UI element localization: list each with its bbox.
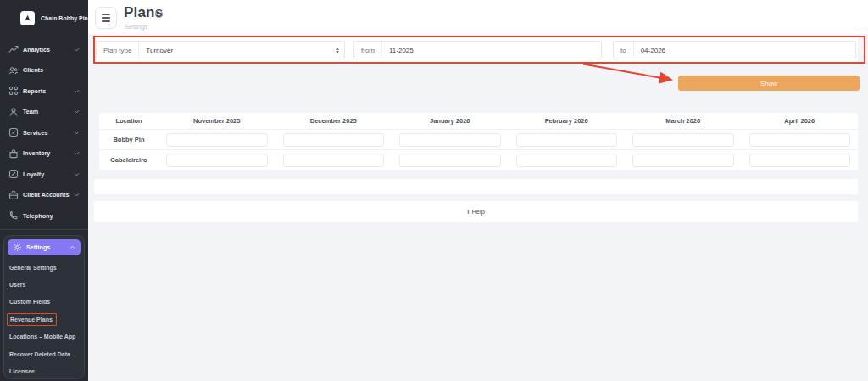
column-header-month: February 2026 [509,117,626,125]
annotation-rectangle-revenue-plans: Revenue Plans [7,313,57,326]
column-header-month: March 2026 [625,117,742,125]
submenu-item-label: General Settings [9,265,57,271]
column-header-month: January 2026 [392,117,509,125]
plan-value-input[interactable] [283,133,385,147]
plan-value-input[interactable] [516,154,618,167]
select-updown-icon [336,48,339,53]
sidebar-item-label: Analytics [23,46,50,53]
sidebar-item-users[interactable]: Users [4,276,84,293]
plan-value-input[interactable] [749,133,851,147]
sidebar-item-label: Reports [23,87,46,95]
sidebar-item-custom-fields[interactable]: Custom Fields [4,294,84,311]
plan-type-label: Plan type [97,42,139,59]
to-month-field[interactable]: to 04-2026 [613,41,856,59]
brand: Chain Bobby Pin [0,0,88,25]
sidebar-nav: Analytics Clients Reports Team Services … [0,39,88,227]
sidebar-item-general-settings[interactable]: General Settings [4,259,84,276]
column-header-month: April 2026 [742,117,859,125]
team-icon [8,107,19,117]
chevron-up-icon [70,245,75,249]
menu-toggle-button[interactable] [95,7,117,29]
sidebar: Chain Bobby Pin Analytics Clients Report… [0,0,88,381]
sidebar-item-licensee[interactable]: Licensee [4,362,84,379]
chevron-down-icon [74,89,80,93]
column-header-location: Location [99,117,159,125]
location-label: Bobby Pin [99,136,159,143]
submenu-item-label: Locations – Mobile App [9,333,75,339]
table-row: Bobby Pin [99,129,858,149]
client-accounts-icon [8,190,19,200]
chevron-down-icon [74,151,80,155]
plan-type-select[interactable]: Plan type Turnover [96,41,345,59]
sidebar-item-label: Team [23,108,38,115]
brand-name: Chain Bobby Pin [41,15,88,21]
sidebar-item-telephony[interactable]: Telephony [0,205,88,227]
plan-type-value: Turnover [139,47,336,54]
to-label: to [614,42,634,59]
info-icon: i [467,208,469,216]
sidebar-item-label: Client Accounts [23,191,69,199]
sidebar-item-analytics[interactable]: Analytics [0,39,88,60]
to-value: 04-2026 [634,47,855,54]
telephony-icon [8,210,19,221]
settings-panel: Settings General Settings Users Custom F… [3,235,85,379]
plans-table: Location November 2025 December 2025 Jan… [99,113,858,170]
analytics-icon [8,44,19,54]
sidebar-item-label: Telephony [23,212,53,220]
location-label: Cabeleireiro [99,156,159,164]
sidebar-item-loyalty[interactable]: Loyalty [0,164,88,185]
clients-icon [8,65,19,76]
settings-label: Settings [26,244,50,251]
sidebar-item-reports[interactable]: Reports [0,81,88,102]
submenu-item-label: Users [9,282,25,288]
plan-value-input[interactable] [632,154,734,167]
plan-value-input[interactable] [399,133,501,147]
filter-bar: Plan type Turnover from 11-2025 to 04-20… [94,37,858,63]
table-row: Cabeleireiro [99,149,858,170]
loyalty-icon [8,169,19,179]
sidebar-item-inventory[interactable]: Inventory [0,143,88,165]
plan-value-input[interactable] [166,133,268,147]
sidebar-item-clients[interactable]: Clients [0,60,88,81]
sidebar-item-label: Services [23,129,48,137]
sidebar-item-settings[interactable]: Settings [8,239,81,255]
submenu-item-label: Licensee [9,368,35,374]
help-bar[interactable]: i Help [94,201,858,222]
table-header-row: Location November 2025 December 2025 Jan… [99,113,858,129]
show-button[interactable]: Show [678,76,860,91]
sidebar-item-label: Loyalty [23,171,44,178]
gear-icon [13,243,22,252]
chevron-down-icon [74,109,80,114]
chevron-down-icon [74,48,80,52]
services-icon [8,127,19,137]
plan-value-input[interactable] [399,154,501,167]
help-label: Help [471,208,484,216]
plan-value-input[interactable] [166,154,268,167]
sidebar-item-label: Inventory [23,149,50,157]
info-icon[interactable] [154,9,164,19]
top-bar: Plans Settings [88,0,868,34]
chevron-down-icon [74,172,80,176]
sidebar-item-services[interactable]: Services [0,122,88,143]
column-header-month: November 2025 [159,117,275,125]
plan-value-input[interactable] [283,154,385,167]
plan-value-input[interactable] [516,133,618,147]
from-value: 11-2025 [382,47,601,54]
sidebar-item-locations-mobile-app[interactable]: Locations – Mobile App [4,328,84,345]
column-header-month: December 2025 [275,117,392,125]
settings-submenu: General Settings Users Custom Fields Rev… [4,259,84,380]
sidebar-item-revenue-plans[interactable]: Revenue Plans [4,311,84,328]
plan-value-input[interactable] [749,154,851,167]
reports-icon [8,86,19,96]
submenu-item-label: Custom Fields [9,299,50,305]
brand-logo-icon [20,11,35,25]
chevron-down-icon [74,131,80,135]
sidebar-item-team[interactable]: Team [0,102,88,123]
sidebar-item-recover-deleted-data[interactable]: Recover Deleted Data [4,345,84,362]
sidebar-item-client-accounts[interactable]: Client Accounts [0,185,88,206]
inventory-icon [8,148,19,159]
plan-value-input[interactable] [632,133,734,147]
breadcrumb: Settings [125,23,147,31]
chevron-down-icon [74,193,80,197]
from-month-field[interactable]: from 11-2025 [353,41,602,59]
